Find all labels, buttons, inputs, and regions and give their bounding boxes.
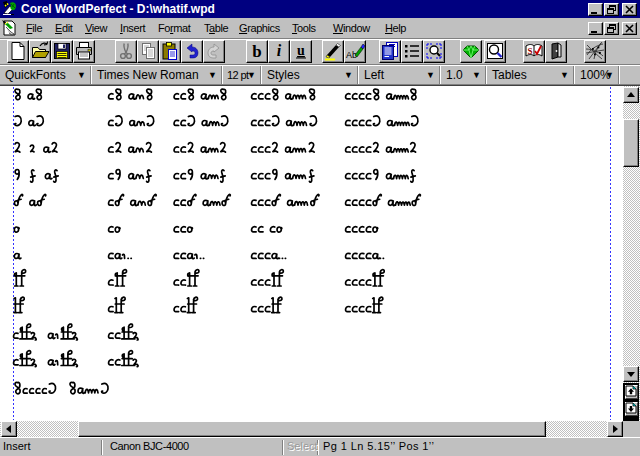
svg-text:u: u bbox=[297, 43, 305, 58]
svg-text:S: S bbox=[528, 46, 533, 56]
svg-text:b: b bbox=[252, 42, 261, 61]
svg-text:i: i bbox=[277, 42, 282, 59]
